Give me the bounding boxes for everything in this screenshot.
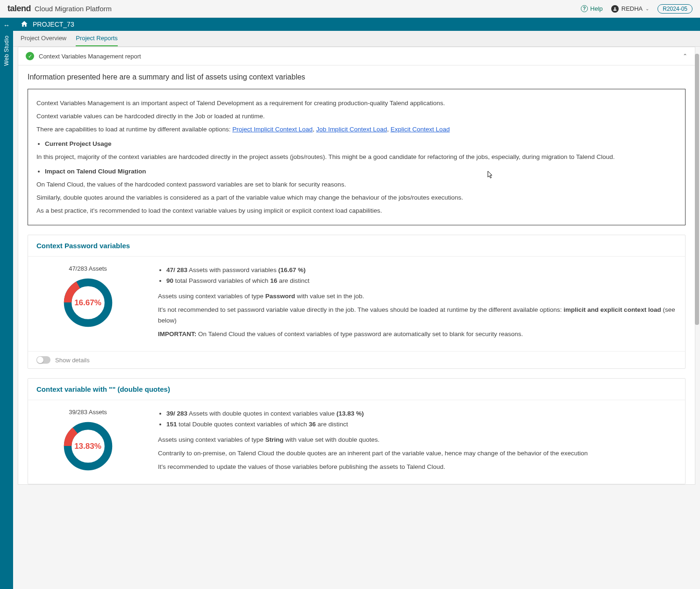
card-details: 39/ 283 Assets with double quotes in con… [158, 409, 677, 475]
expand-rail-icon[interactable]: ↔ [3, 22, 10, 29]
tab-project-overview[interactable]: Project Overview [21, 31, 66, 46]
impact-heading: Impact on Talend Cloud Migration [45, 166, 677, 177]
usage-p: In this project, majority of the context… [36, 152, 677, 163]
info-p1: Context Variables Management is an impor… [36, 98, 677, 109]
help-label: Help [590, 5, 603, 12]
donut-percent: 13.83% [61, 419, 115, 473]
scrollbar-thumb[interactable] [695, 54, 699, 325]
brand-logo: talend [7, 4, 31, 14]
show-details-toggle[interactable] [36, 356, 50, 364]
left-rail: ↔ Web Studio [0, 18, 13, 589]
report-summary: Information presented here are a summary… [18, 65, 695, 89]
tab-project-reports[interactable]: Project Reports [76, 31, 118, 46]
show-details-row: Show details [28, 351, 685, 368]
card-title: Context variable with "" (double quotes) [28, 379, 685, 400]
report-header[interactable]: ✓ Context Variables Management report ⌃ [18, 47, 695, 65]
rail-label[interactable]: Web Studio [3, 36, 10, 66]
top-bar: talend Cloud Migration Platform ? Help R… [0, 0, 700, 18]
link-project-implicit[interactable]: Project Implicit Context Load [232, 126, 313, 133]
card-title: Context Password variables [28, 235, 685, 257]
check-icon: ✓ [26, 52, 34, 60]
chevron-up-icon[interactable]: ⌃ [683, 53, 687, 59]
toggle-label: Show details [55, 357, 90, 364]
card-details: 47/ 283 Assets with password variables (… [158, 265, 677, 343]
release-badge[interactable]: R2024-05 [657, 4, 693, 14]
donut-chart-quotes: 13.83% [61, 419, 115, 473]
donut-label: 39/283 Assets [69, 409, 107, 416]
impact-p2: Similarly, double quotes around the vari… [36, 193, 677, 203]
project-bar: PROJECT_73 [13, 18, 700, 31]
link-job-implicit[interactable]: Job Implicit Context Load [316, 126, 387, 133]
card-double-quotes: Context variable with "" (double quotes)… [28, 378, 686, 484]
card-password-vars: Context Password variables 47/283 Assets… [28, 235, 686, 369]
report-title: Context Variables Management report [39, 53, 141, 60]
info-p3: There are capabilities to load at runtim… [36, 124, 677, 135]
donut-label: 47/283 Assets [69, 265, 107, 272]
help-icon: ? [581, 5, 588, 12]
link-explicit[interactable]: Explicit Context Load [391, 126, 450, 133]
donut-percent: 16.67% [61, 276, 115, 330]
tabs-bar: Project Overview Project Reports [13, 31, 700, 47]
impact-p3: As a best practice, it's recommended to … [36, 206, 677, 216]
home-icon[interactable] [21, 20, 28, 29]
info-box: Context Variables Management is an impor… [28, 89, 686, 225]
usage-heading: Current Project Usage [45, 139, 677, 150]
info-p2: Context variable values can be hardcoded… [36, 111, 677, 122]
svg-point-0 [614, 7, 615, 8]
donut-chart-password: 16.67% [61, 276, 115, 330]
user-icon [611, 5, 619, 13]
impact-p1: On Talend Cloud, the values of the hardc… [36, 180, 677, 190]
user-menu[interactable]: REDHA ⌄ [611, 5, 650, 13]
help-link[interactable]: ? Help [581, 5, 603, 12]
user-name: REDHA [621, 5, 643, 12]
brand: talend Cloud Migration Platform [7, 4, 112, 14]
content-scroll[interactable]: ✓ Context Variables Management report ⌃ … [13, 47, 700, 589]
chevron-down-icon: ⌄ [645, 6, 649, 11]
brand-subtitle: Cloud Migration Platform [35, 5, 112, 13]
project-name[interactable]: PROJECT_73 [33, 21, 74, 28]
